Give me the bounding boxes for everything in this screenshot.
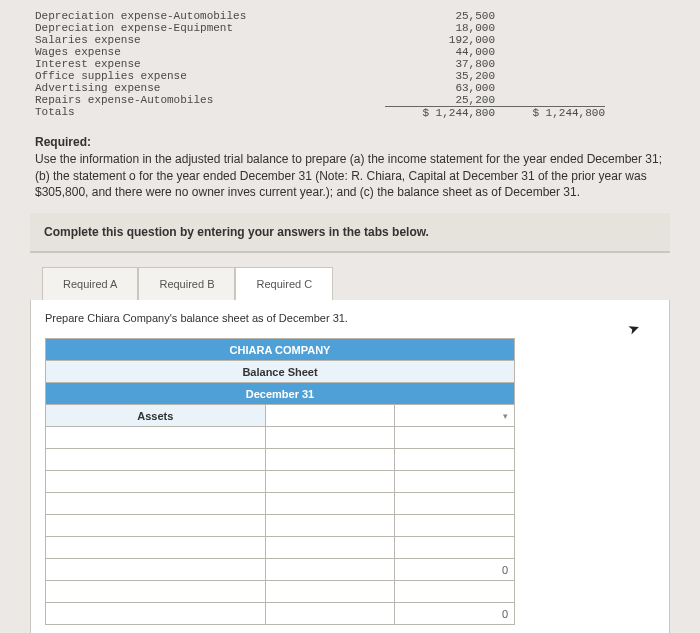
input-cell[interactable] xyxy=(265,493,395,515)
tb-val: 37,800 xyxy=(385,58,495,70)
tb-val xyxy=(495,34,605,46)
input-cell[interactable] xyxy=(265,581,395,603)
input-cell[interactable] xyxy=(46,449,266,471)
input-cell[interactable] xyxy=(265,471,395,493)
input-cell[interactable] xyxy=(46,427,266,449)
input-cell[interactable] xyxy=(46,493,266,515)
tb-val: 192,000 xyxy=(385,34,495,46)
trial-balance-block: Depreciation expense-Automobiles25,500 D… xyxy=(0,0,700,124)
input-cell[interactable] xyxy=(46,515,266,537)
tb-val: 44,000 xyxy=(385,46,495,58)
tabs-container: Required A Required B Required C xyxy=(42,267,700,300)
tb-val: 35,200 xyxy=(385,70,495,82)
balance-sheet-table: CHIARA COMPANY Balance Sheet December 31… xyxy=(45,338,515,625)
worksheet-instruction: Prepare Chiara Company's balance sheet a… xyxy=(45,312,655,324)
input-cell[interactable] xyxy=(46,537,266,559)
tb-row: Depreciation expense-Automobiles25,500 xyxy=(35,10,665,22)
tb-totals: Totals$ 1,244,800$ 1,244,800 xyxy=(35,106,665,119)
tab-required-a[interactable]: Required A xyxy=(42,267,138,300)
assets-blank-b xyxy=(265,405,395,427)
tb-row: Depreciation expense-Equipment18,000 xyxy=(35,22,665,34)
input-cell[interactable] xyxy=(46,559,266,581)
tb-val xyxy=(495,10,605,22)
calc-cell: 0 xyxy=(395,603,515,625)
input-cell[interactable] xyxy=(395,537,515,559)
tb-row: Interest expense37,800 xyxy=(35,58,665,70)
tb-val xyxy=(495,46,605,58)
tb-val xyxy=(495,58,605,70)
tb-val: 18,000 xyxy=(385,22,495,34)
required-text: Use the information in the adjusted tria… xyxy=(35,152,662,200)
instruction-band: Complete this question by entering your … xyxy=(30,213,670,253)
sheet-title: Balance Sheet xyxy=(46,361,515,383)
input-cell[interactable] xyxy=(395,493,515,515)
required-heading: Required: xyxy=(35,135,91,149)
input-cell[interactable] xyxy=(265,515,395,537)
tb-val xyxy=(495,94,605,106)
tb-label: Repairs expense-Automobiles xyxy=(35,94,385,106)
input-cell[interactable] xyxy=(265,449,395,471)
tb-val xyxy=(495,82,605,94)
input-cell[interactable] xyxy=(265,559,395,581)
tb-val: 25,200 xyxy=(385,94,495,106)
tb-val xyxy=(495,22,605,34)
tb-label: Depreciation expense-Equipment xyxy=(35,22,385,34)
tb-row: Wages expense44,000 xyxy=(35,46,665,58)
tb-label: Wages expense xyxy=(35,46,385,58)
input-cell[interactable] xyxy=(265,537,395,559)
tb-row: Office supplies expense35,200 xyxy=(35,70,665,82)
input-cell[interactable] xyxy=(46,581,266,603)
input-cell[interactable] xyxy=(395,471,515,493)
input-cell[interactable] xyxy=(395,581,515,603)
tb-label: Salaries expense xyxy=(35,34,385,46)
tb-row: Repairs expense-Automobiles25,200 xyxy=(35,94,665,106)
calc-cell: 0 xyxy=(395,559,515,581)
company-header: CHIARA COMPANY xyxy=(46,339,515,361)
worksheet-panel: Prepare Chiara Company's balance sheet a… xyxy=(30,300,670,633)
tab-required-c[interactable]: Required C xyxy=(235,267,333,300)
tb-row: Advertising expense63,000 xyxy=(35,82,665,94)
tb-val: 25,500 xyxy=(385,10,495,22)
section-assets: Assets xyxy=(46,405,266,427)
tb-row: Salaries expense192,000 xyxy=(35,34,665,46)
input-cell[interactable] xyxy=(395,427,515,449)
tb-label: Depreciation expense-Automobiles xyxy=(35,10,385,22)
tb-total-debit: $ 1,244,800 xyxy=(385,106,495,119)
input-cell[interactable] xyxy=(46,471,266,493)
tb-label: Totals xyxy=(35,106,385,119)
input-cell[interactable] xyxy=(265,603,395,625)
required-section: Required: Use the information in the adj… xyxy=(0,124,700,213)
input-cell[interactable] xyxy=(265,427,395,449)
input-cell[interactable] xyxy=(46,603,266,625)
tb-val: 63,000 xyxy=(385,82,495,94)
sheet-date: December 31 xyxy=(46,383,515,405)
tb-val xyxy=(495,70,605,82)
tb-label: Interest expense xyxy=(35,58,385,70)
input-cell[interactable] xyxy=(395,515,515,537)
tb-total-credit: $ 1,244,800 xyxy=(495,106,605,119)
tab-required-b[interactable]: Required B xyxy=(138,267,235,300)
input-cell[interactable] xyxy=(395,449,515,471)
tb-label: Office supplies expense xyxy=(35,70,385,82)
tb-label: Advertising expense xyxy=(35,82,385,94)
assets-dropdown[interactable] xyxy=(395,405,515,427)
